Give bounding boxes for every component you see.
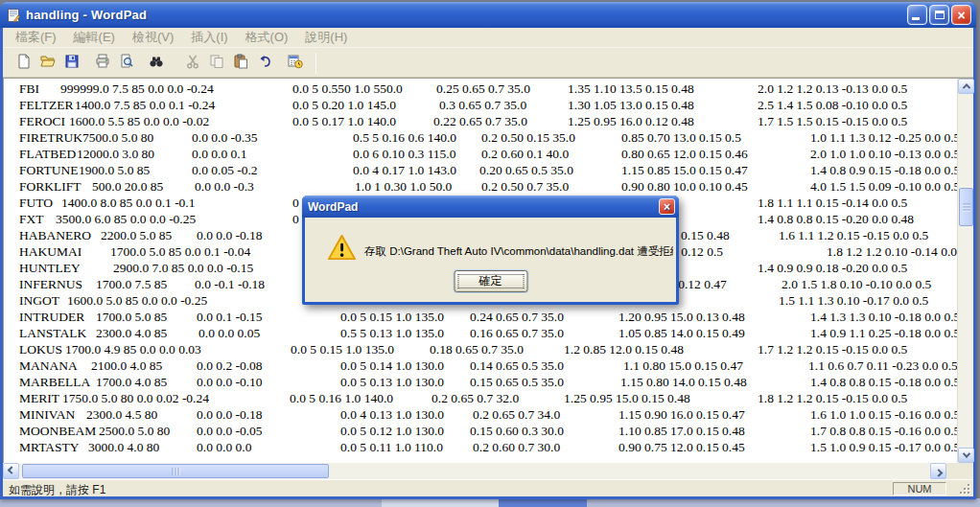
data-cell: FORKLIFT (19, 178, 82, 195)
print-icon (95, 54, 110, 73)
data-cell: FEROCI (19, 113, 65, 129)
paste-icon (233, 54, 248, 73)
data-cell: 0.0 0.0 0.1 (192, 146, 246, 162)
scroll-up-button[interactable] (958, 79, 974, 94)
data-cell: 0.0 0.0 -0.3 (195, 178, 254, 195)
save-icon (64, 54, 80, 73)
scroll-left-button[interactable] (3, 463, 19, 479)
print-preview-icon (119, 54, 134, 73)
data-cell: 0.0 0.1 -0.15 (197, 309, 263, 325)
minimize-button[interactable] (907, 5, 927, 25)
data-cell: MINIVAN (19, 406, 75, 423)
data-cell: 0.0 5 0.20 1.0 145.0 (292, 97, 396, 113)
date-time-button[interactable] (284, 53, 306, 74)
data-row-firetruk: FIRETRUK7500.0 5.0 800.0 0.0 -0.350.5 5 … (4, 129, 957, 146)
window-title: handling - WordPad (26, 8, 147, 22)
copy-icon (209, 54, 224, 73)
undo-button[interactable] (253, 53, 275, 74)
data-cell: 3000.0 4.0 80 (88, 439, 159, 455)
data-cell: 1.0 1 0.30 1.0 50.0 (355, 178, 452, 195)
data-cell: HUNTLEY (19, 260, 81, 276)
print-button[interactable] (91, 53, 113, 74)
find-button[interactable] (145, 53, 167, 74)
window-titlebar[interactable]: handling - WordPad × (0, 2, 976, 28)
chevron-up-icon (962, 83, 969, 91)
data-cell: 0.15 0.60 0.3 30.0 (470, 423, 564, 439)
dialog-titlebar[interactable]: WordPad × (302, 196, 679, 218)
data-cell: 0.0 0.0 -0.35 (192, 129, 258, 146)
data-cell: 0 (292, 211, 299, 227)
data-cell: 0.22 0.65 0.7 35.0 (433, 113, 527, 129)
menu-item-file[interactable]: 檔案(F) (7, 27, 65, 48)
menu-item-edit[interactable]: 編輯(E) (65, 27, 124, 48)
menu-item-format[interactable]: 格式(O) (237, 27, 297, 48)
scroll-down-button[interactable] (958, 448, 974, 463)
data-cell: 0.0 0.2 -0.08 (197, 357, 263, 374)
paste-button[interactable] (229, 53, 251, 74)
data-cell: FELTZER (19, 97, 74, 113)
data-row-fortune: FORTUNE1900.0 5.0 850.0 0.05 -0.20.0 4 0… (4, 162, 957, 178)
dialog-close-button[interactable]: × (659, 198, 675, 215)
data-cell: FORTUNE (19, 162, 78, 178)
save-button[interactable] (60, 53, 82, 74)
horizontal-scrollbar[interactable] (3, 463, 946, 479)
data-cell: 1.4 0.9 1.1 0.25 -0.18 0.0 0.5 (810, 325, 957, 341)
close-button[interactable]: × (951, 5, 971, 25)
taskbar-item (382, 498, 499, 507)
data-row-mrtasty: MRTASTY3000.0 4.0 800.0 0.0 0.00.0 5 0.1… (4, 439, 957, 455)
data-cell: 1.15 0.80 14.0 0.15 0.48 (620, 374, 747, 390)
data-cell: 0.2 0.65 0.7 34.0 (473, 406, 560, 423)
data-cell: 1.7 1.2 1.2 0.15 -0.15 0.0 0.5 (758, 341, 907, 357)
open-button[interactable] (36, 53, 58, 74)
data-cell: 0.2 0.50 0.15 35.0 (481, 129, 575, 146)
data-row-fbi: FBI999999.0 7.5 85 0.0 0.0 -0.240.0 5 0.… (4, 81, 957, 97)
scroll-right-button[interactable] (930, 463, 946, 479)
status-bar: 如需說明，請按 F1 NUM (3, 479, 973, 496)
data-cell: 0.0 4 0.13 1.0 130.0 (340, 406, 444, 423)
data-cell: 0.2 0.60 0.7 30.0 (473, 439, 560, 455)
data-cell: 12000.0 3.0 80 (77, 146, 154, 162)
data-cell: 1.05 0.85 14.0 0.15 0.49 (618, 325, 745, 341)
data-cell: 4.0 1.5 1.5 0.09 -0.10 0.0 0.5 (810, 178, 957, 195)
data-cell: 1700.0 4.0 85 (96, 374, 167, 390)
data-cell: HAKUMAI (19, 243, 82, 260)
data-cell: 999999.0 7.5 85 0.0 0.0 -0.24 (60, 81, 214, 97)
data-cell: FBI (19, 81, 39, 97)
new-document-button[interactable] (12, 53, 35, 74)
data-cell: 1400.0 7.5 85 0.0 0.1 -0.24 (75, 97, 215, 113)
data-cell: 2.0 1.5 1.8 0.10 -0.10 0.0 0.5 (782, 276, 931, 292)
data-cell: 0.0 5 0.11 1.0 110.0 (340, 439, 443, 455)
data-cell: 1.4 1.3 1.3 0.10 -0.18 0.0 0.5 (810, 309, 957, 325)
thumb-grip (173, 468, 179, 475)
data-cell: 1.35 1.10 13.5 0.15 0.48 (568, 81, 694, 97)
data-cell: 1750.0 5.0 80 0.0 0.02 -0.24 (62, 390, 209, 406)
maximize-icon (935, 11, 945, 19)
maximize-button[interactable] (929, 5, 949, 25)
data-cell: 0.85 0.70 13.0 0.15 0.5 (621, 129, 741, 146)
data-cell: 0.0 0.05 -0.2 (192, 162, 258, 178)
data-cell: 1.25 0.95 16.0 0.12 0.48 (568, 113, 694, 129)
data-row-marbella: MARBELLA1700.0 4.0 850.0 0.0 -0.100.0 5 … (4, 374, 957, 390)
data-row-minivan: MINIVAN2300.0 4.5 800.0 0.0 -0.180.0 4 0… (4, 406, 957, 423)
data-cell: 1400.0 8.0 85 0.0 0.1 -0.1 (61, 195, 196, 211)
data-row-lokus: LOKUS1700.0 4.9 85 0.0 0.0 0.030.0 5 0.1… (4, 341, 957, 357)
menu-item-view[interactable]: 檢視(V) (124, 27, 182, 48)
data-cell: 0.0 4 0.17 1.0 143.0 (353, 162, 456, 178)
data-cell: FLATBED (19, 146, 76, 162)
print-preview-button[interactable] (115, 53, 137, 74)
vertical-scroll-thumb[interactable] (959, 188, 973, 226)
data-cell: 1.4 0.9 0.9 0.18 -0.20 0.0 0.5 (758, 260, 907, 276)
data-cell: 1900.0 5.0 85 (79, 162, 150, 178)
ok-button[interactable]: 確定 (454, 270, 527, 292)
toolbar (3, 49, 973, 78)
data-cell: 1.8 1.1 1.1 0.15 -0.14 0.0 0.5 (758, 195, 907, 211)
vertical-scrollbar[interactable] (957, 79, 973, 463)
find-icon (149, 54, 164, 73)
data-cell: MOONBEAM (19, 423, 96, 439)
menu-item-help[interactable]: 說明(H) (296, 27, 356, 48)
data-row-moonbeam: MOONBEAM2500.0 5.0 800.0 0.0 -0.050.0 5 … (4, 423, 957, 439)
resize-grip[interactable] (958, 482, 970, 495)
horizontal-scroll-thumb[interactable] (22, 464, 329, 478)
menu-item-insert[interactable]: 插入(I) (182, 27, 236, 48)
data-row-feroci: FEROCI1600.0 5.5 85 0.0 0.0 -0.020.0 5 0… (4, 113, 957, 129)
